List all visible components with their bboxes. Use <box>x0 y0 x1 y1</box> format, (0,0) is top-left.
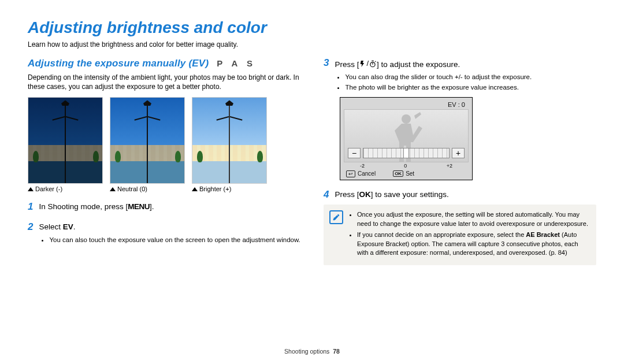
step-4-number: 4 <box>324 190 329 200</box>
step-3-text-b: ] to adjust the exposure. <box>377 60 460 69</box>
left-column: Adjusting the exposure manually (EV) P A… <box>28 58 300 265</box>
right-column: 3 Press [ / ] to adjust the exposure. Yo… <box>324 58 596 265</box>
step-4-text-b: ] to save your settings. <box>371 190 449 199</box>
step-1-text-a: In Shooting mode, press [ <box>39 202 128 211</box>
self-timer-icon <box>369 59 377 68</box>
note-icon <box>329 210 343 224</box>
step-2: 2 Select EV. You can also touch the expo… <box>28 222 300 246</box>
page-title: Adjusting brightness and color <box>28 18 596 37</box>
note-box: Once you adjust the exposure, the settin… <box>324 205 596 265</box>
ev-scale-labels: -2 0 +2 <box>344 162 469 169</box>
example-darker: Darker (-) <box>28 97 103 192</box>
page-footer: Shooting options 78 <box>0 348 624 355</box>
back-icon[interactable]: ↩ <box>346 170 355 177</box>
ev-screen-illustration: EV : 0 − <box>340 97 596 180</box>
step-2-ev-bold: EV <box>63 222 73 231</box>
step-2-bullet: You can also touch the exposure value on… <box>49 235 300 244</box>
step-3-bullet-1: You can also drag the slider or touch +/… <box>345 72 596 81</box>
svg-point-1 <box>402 114 411 124</box>
step-1: 1 In Shooting mode, press [MENU]. <box>28 202 300 213</box>
mode-indicator: P A S <box>217 58 256 68</box>
note-bullet-2: If you cannot decide on an appropriate e… <box>357 231 589 257</box>
footer-page-number: 78 <box>333 348 340 355</box>
section-title-text: Adjusting the exposure manually (EV) <box>28 58 209 69</box>
example-brighter: Brighter (+) <box>192 97 267 192</box>
example-neutral-label: Neutral (0) <box>117 185 147 192</box>
ev-slider[interactable]: − + <box>348 148 465 158</box>
ev-value-readout: EV : 0 <box>344 101 469 108</box>
example-darker-image <box>28 97 103 184</box>
step-1-number: 1 <box>28 202 33 213</box>
example-darker-label: Darker (-) <box>35 185 62 192</box>
ok-key-label: OK <box>359 190 370 199</box>
example-images-row: Darker (-) Neutral (0) <box>28 97 300 192</box>
menu-key-label: MENU <box>128 202 150 211</box>
note-bullet-2a: If you cannot decide on an appropriate e… <box>357 231 526 238</box>
footer-section: Shooting options <box>284 348 329 355</box>
example-brighter-label: Brighter (+) <box>199 185 231 192</box>
step-1-text-b: ]. <box>150 202 154 211</box>
step-4: 4 Press [OK] to save your settings. <box>324 190 596 200</box>
triangle-up-icon <box>28 187 34 191</box>
note-bullet-1: Once you adjust the exposure, the settin… <box>357 210 589 228</box>
ev-slider-track[interactable] <box>363 148 450 158</box>
ev-scale-left: -2 <box>360 163 365 169</box>
example-neutral: Neutral (0) <box>110 97 185 192</box>
ok-chip-icon[interactable]: OK <box>393 170 403 177</box>
ev-scale-mid: 0 <box>404 163 407 169</box>
pencil-icon <box>332 213 340 221</box>
section-heading: Adjusting the exposure manually (EV) P A… <box>28 58 300 69</box>
triangle-up-icon <box>192 187 198 191</box>
step-3-text-a: Press [ <box>335 60 359 69</box>
step-3: 3 Press [ / ] to adjust the exposure. Yo… <box>324 58 596 94</box>
step-2-number: 2 <box>28 222 33 246</box>
ev-cancel-label: Cancel <box>358 170 376 177</box>
step-2-text-b: . <box>73 222 76 231</box>
ev-scale-right: +2 <box>447 163 452 169</box>
triangle-up-icon <box>110 187 116 191</box>
section-description: Depending on the intensity of the ambien… <box>28 73 300 91</box>
ev-plus-button[interactable]: + <box>452 148 465 158</box>
ev-set-label: Set <box>406 170 414 177</box>
step-2-text-a: Select <box>39 222 62 231</box>
page-intro: Learn how to adjust the brightness and c… <box>28 40 596 49</box>
step-3-bullet-2: The photo will be brighter as the exposu… <box>345 83 596 92</box>
note-bullet-2-bold: AE Bracket <box>526 231 560 238</box>
flash-icon <box>359 59 366 68</box>
step-3-number: 3 <box>324 58 329 94</box>
ev-minus-button[interactable]: − <box>348 148 361 158</box>
example-neutral-image <box>110 97 185 184</box>
step-4-text-a: Press [ <box>335 190 359 199</box>
example-brighter-image <box>192 97 267 184</box>
ev-slider-knob[interactable] <box>403 148 409 158</box>
